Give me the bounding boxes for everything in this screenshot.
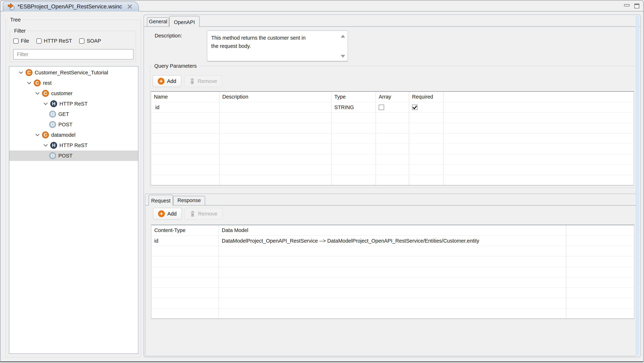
tree-item-rest[interactable]: C rest [9, 78, 138, 88]
tree-item-get[interactable]: O GET [9, 109, 138, 119]
scroll-down-icon[interactable] [341, 55, 345, 58]
table-empty-row [152, 256, 634, 267]
file-checkbox[interactable] [13, 38, 18, 44]
description-text: This method returns the customer sent in… [211, 34, 337, 50]
plus-icon: + [158, 78, 164, 85]
tree-item-post-selected[interactable]: O POST [9, 151, 138, 161]
add-button[interactable]: + Add [153, 75, 181, 87]
minimize-icon[interactable] [624, 4, 630, 7]
tab-response[interactable]: Response [173, 196, 205, 205]
column-header-required[interactable]: Required [409, 92, 443, 102]
plus-icon: + [158, 210, 165, 217]
column-header-type[interactable]: Type [331, 92, 376, 102]
table-header-row: Name Description Type Array Required [151, 92, 634, 102]
tree-item-label: Customer_RestService_Tutorial [35, 70, 108, 76]
remove-button: Remove [184, 75, 222, 87]
table-empty-row [152, 267, 634, 277]
tab-openapi[interactable]: OpenAPI [169, 16, 200, 27]
column-header-content-type[interactable]: Content-Type [152, 225, 219, 236]
chevron-down-icon[interactable] [41, 144, 50, 147]
table-empty-row [152, 277, 634, 287]
tab-label: General [149, 19, 167, 25]
tab-separator-line [145, 205, 636, 205]
column-header-empty [566, 225, 634, 236]
qp-cell-name[interactable]: id [151, 102, 219, 113]
filter-input[interactable] [13, 49, 134, 60]
editor-form-panel: General OpenAPI Description: This method… [144, 15, 641, 357]
close-icon[interactable] [127, 4, 132, 9]
qp-cell-description[interactable] [219, 102, 331, 113]
qp-required-checkbox[interactable] [412, 105, 418, 110]
file-checkbox-label: File [21, 38, 29, 44]
tree-item-post[interactable]: O POST [9, 119, 138, 130]
query-parameters-legend: Query Parameters [152, 63, 198, 69]
soap-checkbox[interactable] [79, 38, 84, 44]
pl-row-id[interactable]: id DataModelProject_OpenAPI_RestService … [152, 236, 634, 246]
chevron-down-icon[interactable] [24, 82, 34, 84]
http-rest-checkbox-label: HTTP ReST [44, 38, 72, 44]
remove-button-label: Remove [198, 78, 217, 84]
tree-item-http-rest-2[interactable]: H HTTP ReST [9, 140, 138, 151]
tab-label: OpenAPI [174, 19, 195, 25]
add-button[interactable]: + Add [153, 208, 182, 220]
trash-icon [189, 78, 195, 84]
table-empty-row [151, 144, 634, 154]
column-header-data-model[interactable]: Data Model [219, 225, 566, 236]
tab-request[interactable]: Request [148, 195, 173, 205]
maximize-icon[interactable] [634, 4, 639, 9]
chevron-down-icon[interactable] [41, 102, 50, 105]
qp-array-checkbox[interactable] [379, 105, 384, 110]
chevron-down-icon[interactable] [33, 134, 42, 136]
tree-item-label: GET [58, 111, 69, 117]
component-icon: C [34, 80, 41, 86]
column-header-description[interactable]: Description [219, 92, 331, 102]
component-icon: C [42, 132, 49, 138]
qp-cell-required [409, 102, 443, 113]
description-textarea[interactable]: This method returns the customer sent in… [207, 31, 348, 61]
editor-tab[interactable]: *ESBProject_OpenAPI_RestService.wsinc [3, 2, 139, 12]
component-icon: C [26, 69, 32, 76]
tree-item-project[interactable]: C Customer_RestService_Tutorial [9, 67, 138, 78]
qp-row-id[interactable]: id STRING [151, 102, 634, 113]
tree-item-datamodel[interactable]: C datamodel [9, 130, 138, 140]
table-empty-row [151, 154, 634, 164]
filter-checkbox-row: File HTTP ReST SOAP [13, 38, 101, 44]
table-empty-row [152, 298, 634, 308]
scroll-up-icon[interactable] [341, 35, 345, 38]
content-type-table: Content-Type Data Model id DataModelProj… [151, 225, 634, 319]
tree-item-customer[interactable]: C customer [9, 88, 138, 99]
tree-item-label: HTTP ReST [60, 142, 88, 148]
editor-window: *ESBProject_OpenAPI_RestService.wsinc Tr… [0, 0, 644, 362]
tab-label: Response [178, 197, 201, 203]
qp-cell-array [376, 102, 409, 113]
chevron-down-icon[interactable] [33, 92, 42, 95]
pl-cell-content-type[interactable]: id [152, 236, 219, 246]
http-rest-checkbox[interactable] [36, 38, 42, 44]
description-label: Description: [155, 33, 182, 39]
tree-item-http-rest[interactable]: H HTTP ReST [9, 99, 138, 109]
http-icon: H [50, 142, 57, 149]
table-header-row: Content-Type Data Model [152, 225, 634, 236]
qp-cell-type[interactable]: STRING [331, 102, 376, 113]
tab-general[interactable]: General [147, 17, 169, 27]
soap-checkbox-label: SOAP [87, 38, 101, 44]
column-header-array[interactable]: Array [376, 92, 409, 102]
tree-item-label: customer [51, 91, 72, 96]
scrollbar[interactable] [636, 16, 639, 355]
table-empty-row [152, 287, 634, 298]
table-empty-row [151, 164, 634, 175]
operation-icon: O [49, 152, 56, 159]
http-icon: H [50, 100, 57, 107]
tree-item-label: rest [43, 80, 52, 86]
tab-separator-line [144, 26, 640, 27]
add-button-label: Add [167, 211, 177, 217]
operation-icon: O [49, 121, 56, 128]
chevron-down-icon[interactable] [16, 71, 26, 74]
pl-cell-data-model[interactable]: DataModelProject_OpenAPI_RestService -->… [219, 236, 566, 246]
tree-item-label: datamodel [51, 132, 75, 138]
wsinc-file-icon [8, 3, 15, 11]
operation-icon: O [49, 111, 56, 118]
column-header-name[interactable]: Name [151, 92, 219, 102]
service-tree: C Customer_RestService_Tutorial C rest C… [9, 66, 138, 354]
tree-item-label: HTTP ReST [60, 101, 88, 107]
